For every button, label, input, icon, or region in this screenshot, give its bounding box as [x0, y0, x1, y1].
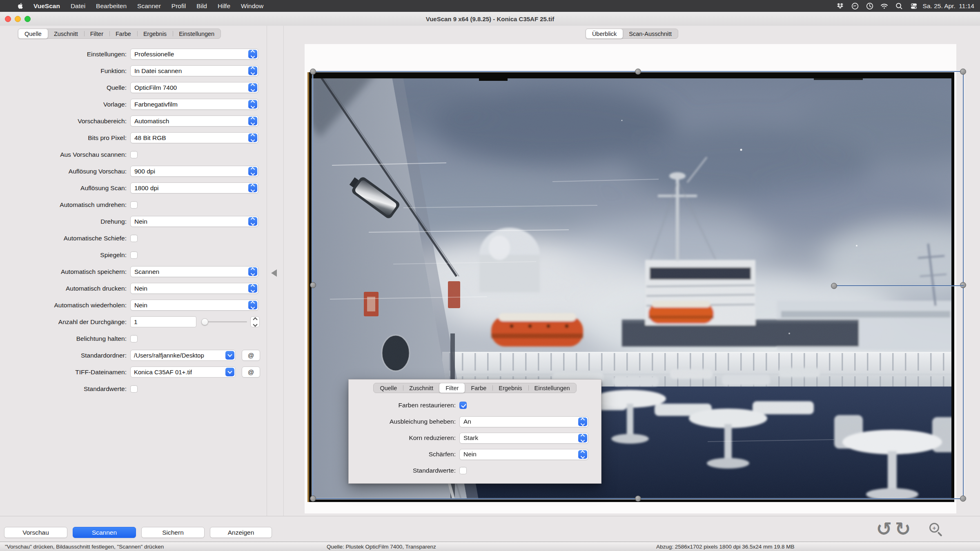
crop-handle-bottom-right[interactable]: [960, 495, 966, 502]
farben-restaurieren-checkbox[interactable]: [459, 402, 467, 409]
field-label: Standardordner:: [0, 352, 130, 359]
form-row: Auflösung Scan: 1800 dpi: [0, 180, 267, 196]
crop-inner-handle[interactable]: [831, 283, 837, 289]
tab-farbe[interactable]: Farbe: [109, 29, 137, 38]
anzahl-durchgaenge-input[interactable]: 1: [130, 316, 196, 327]
field-label: Vorschaubereich:: [0, 118, 130, 125]
spotlight-icon[interactable]: [892, 0, 906, 12]
drehung-popup[interactable]: Nein: [130, 216, 258, 227]
tab-quelle[interactable]: Quelle: [18, 29, 48, 39]
korn-reduzieren-popup[interactable]: Stark: [459, 433, 588, 444]
popup-value: OpticFilm 7400: [131, 84, 177, 91]
popup-arrows-icon: [248, 100, 257, 109]
form-row: Automatisch wiederholen: Nein: [0, 297, 267, 313]
sichern-button[interactable]: Sichern: [141, 527, 205, 538]
menu-item-window[interactable]: Window: [236, 0, 269, 12]
collapse-panel-arrow-icon[interactable]: [271, 269, 277, 277]
combo-value: /Users/ralfjannke/Desktop: [131, 352, 204, 359]
menu-item-vuescan[interactable]: VueScan: [28, 0, 65, 12]
apple-icon[interactable]: [17, 2, 24, 10]
rotate-cw-icon[interactable]: [893, 520, 912, 538]
tiff-dateinamen-at-button[interactable]: @: [242, 367, 260, 378]
standardordner-at-button[interactable]: @: [242, 350, 260, 361]
rotate-ccw-icon[interactable]: [875, 520, 893, 538]
vorschaubereich-popup[interactable]: Automatisch: [130, 116, 258, 127]
tab-ergebnis[interactable]: Ergebnis: [137, 29, 173, 38]
bits-pro-pixel-popup[interactable]: 48 Bit RGB: [130, 132, 258, 143]
quelle-popup[interactable]: OpticFilm 7400: [130, 82, 258, 93]
popup-value: Automatisch: [131, 118, 169, 125]
menu-item-bearbeiten[interactable]: Bearbeiten: [91, 0, 132, 12]
automatisch-drucken-popup[interactable]: Nein: [130, 283, 258, 294]
fp-tab-ergebnis[interactable]: Ergebnis: [492, 383, 528, 393]
popup-value: Nein: [131, 218, 147, 225]
automatisch-speichern-popup[interactable]: Scannen: [130, 266, 258, 277]
popup-value: Nein: [131, 285, 147, 292]
creative-cloud-icon[interactable]: [848, 0, 862, 12]
wifi-icon[interactable]: [877, 0, 892, 12]
aufloesung-vorschau-popup[interactable]: 900 dpi: [130, 166, 258, 177]
automatisch-umdrehen-checkbox[interactable]: [130, 201, 138, 209]
menu-clock[interactable]: Sa. 25. Apr. 11:14: [923, 2, 974, 10]
crop-handle-top-right[interactable]: [960, 69, 966, 75]
aufloesung-scan-popup[interactable]: 1800 dpi: [130, 182, 258, 193]
funktion-popup[interactable]: In Datei scannen: [130, 65, 258, 76]
tab-filter[interactable]: Filter: [84, 29, 109, 38]
preview-tab-bar: Überblick Scan-Ausschnitt: [284, 29, 980, 39]
crop-handle-middle-left[interactable]: [310, 282, 316, 288]
scannen-button[interactable]: Scannen: [73, 527, 136, 538]
popup-arrows-icon: [248, 217, 257, 226]
anzahl-durchgaenge-slider[interactable]: [201, 316, 247, 327]
fp-tab-quelle[interactable]: Quelle: [374, 383, 403, 393]
zoom-in-icon[interactable]: +: [929, 523, 945, 538]
status-bar: "Vorschau" drücken, Bildausschnitt festl…: [0, 542, 980, 551]
form-row: Automatisch speichern: Scannen: [0, 263, 267, 280]
slider-knob[interactable]: [201, 318, 208, 325]
menu-item-bild[interactable]: Bild: [191, 0, 212, 12]
fp-standardwerte-checkbox[interactable]: [459, 467, 467, 474]
crop-handle-top-left[interactable]: [310, 69, 316, 75]
tab-zuschnitt[interactable]: Zuschnitt: [48, 29, 84, 38]
anzeigen-button[interactable]: Anzeigen: [210, 527, 272, 538]
form-row: Automatisch drucken: Nein: [0, 280, 267, 297]
tab-einstellungen[interactable]: Einstellungen: [173, 29, 220, 38]
aus-vorschau-scannen-checkbox[interactable]: [130, 151, 138, 158]
crop-handle-top-center[interactable]: [635, 69, 641, 75]
menu-item-profil[interactable]: Profil: [166, 0, 191, 12]
anzahl-durchgaenge-stepper[interactable]: [250, 316, 260, 327]
field-label: Belichtung halten:: [0, 335, 130, 342]
ausbleichung-beheben-popup[interactable]: An: [459, 416, 588, 427]
standardwerte-checkbox[interactable]: [130, 385, 138, 393]
tab-scan-ausschnitt[interactable]: Scan-Ausschnitt: [623, 29, 678, 38]
crop-handle-bottom-left[interactable]: [310, 495, 316, 502]
automatische-schiefe-checkbox[interactable]: [130, 235, 138, 242]
field-label: Drehung:: [0, 218, 130, 225]
form-row: Aus Vorschau scannen:: [0, 146, 267, 163]
vorschau-button[interactable]: Vorschau: [4, 527, 67, 538]
dropbox-icon[interactable]: [833, 0, 848, 12]
fp-tab-einstellungen[interactable]: Einstellungen: [528, 383, 576, 393]
fp-tab-filter[interactable]: Filter: [439, 383, 465, 393]
popup-value: Scannen: [131, 268, 159, 276]
schaerfen-popup[interactable]: Nein: [459, 449, 588, 460]
einstellungen-popup[interactable]: Professionelle: [130, 49, 258, 60]
form-row: Einstellungen: Professionelle: [0, 46, 267, 62]
filter-panel-form: Farben restaurieren: Ausbleichung behebe…: [349, 397, 601, 479]
spiegeln-checkbox[interactable]: [130, 251, 138, 259]
vorlage-popup[interactable]: Farbnegativfilm: [130, 99, 258, 110]
tab-ueberblick[interactable]: Überblick: [586, 29, 623, 39]
tiff-dateinamen-combo[interactable]: Konica C35AF 01+.tif: [130, 367, 236, 378]
standardordner-combo[interactable]: /Users/ralfjannke/Desktop: [130, 350, 236, 361]
automatisch-wiederholen-popup[interactable]: Nein: [130, 300, 258, 311]
fp-tab-farbe[interactable]: Farbe: [465, 383, 492, 393]
menu-item-hilfe[interactable]: Hilfe: [212, 0, 236, 12]
time-machine-icon[interactable]: [862, 0, 877, 12]
crop-handle-bottom-center[interactable]: [635, 495, 641, 502]
crop-handle-middle-right[interactable]: [960, 282, 966, 288]
belichtung-halten-checkbox[interactable]: [130, 335, 138, 342]
control-center-icon[interactable]: [906, 0, 921, 12]
fp-tab-zuschnitt[interactable]: Zuschnitt: [403, 383, 439, 393]
menu-item-datei[interactable]: Datei: [65, 0, 91, 12]
menu-item-scanner[interactable]: Scanner: [132, 0, 166, 12]
field-label: Automatisch drucken:: [0, 285, 130, 292]
